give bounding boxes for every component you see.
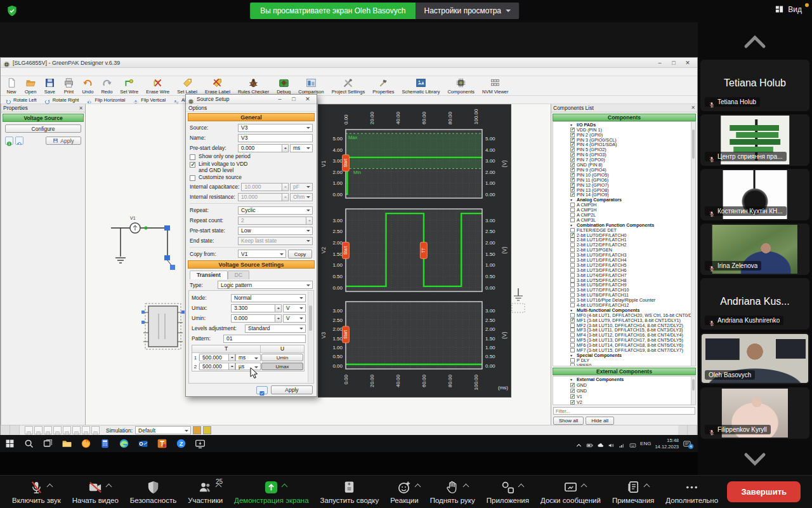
component-checkbox[interactable] — [570, 273, 575, 277]
component-checkbox[interactable] — [570, 263, 575, 267]
tree-item[interactable]: ▾ PIN 14 (GPIO9) — [553, 192, 695, 197]
tree-item[interactable]: ▾ PIN 6 (GPIO3) — [553, 152, 695, 157]
chevron-up-icon[interactable] — [46, 484, 53, 490]
tree-item[interactable]: ▾ Analog Comparators — [553, 197, 695, 203]
toolbar-button[interactable]: Erase Wire — [142, 77, 173, 95]
scroll-down-icon[interactable] — [741, 451, 769, 469]
component-checkbox[interactable] — [570, 293, 575, 297]
duration-unit-select[interactable]: ms — [235, 354, 261, 361]
component-checkbox[interactable] — [570, 168, 575, 172]
participant-tile[interactable]: Центр сприяння пра... — [700, 114, 809, 166]
undo-icon-button[interactable] — [15, 137, 23, 145]
component-checkbox[interactable] — [570, 328, 575, 332]
toolbar2-button[interactable]: Rotate Right — [41, 96, 82, 104]
minimize-button[interactable]: – — [653, 58, 667, 67]
dialog-maximize[interactable]: □ — [287, 95, 301, 104]
component-checkbox[interactable] — [570, 218, 575, 222]
participant-tile[interactable]: Andriana Kus... Andriana Kushnirenko — [700, 278, 809, 330]
component-checkbox[interactable] — [570, 228, 575, 232]
close-icon[interactable]: ✕ — [79, 105, 83, 111]
toolbar-button[interactable]: Components — [443, 77, 478, 95]
component-checkbox[interactable] — [570, 208, 575, 212]
tab-transient[interactable]: Transient — [190, 271, 228, 279]
dialog-titlebar[interactable]: Source Setup – □ ✕ — [186, 95, 317, 104]
component-checkbox[interactable] — [570, 258, 575, 262]
tree-item[interactable]: ▾ PIN 7 (GPO0) — [553, 157, 695, 163]
component-checkbox[interactable] — [570, 338, 575, 342]
component-checkbox[interactable] — [570, 383, 575, 387]
tree-item[interactable]: ▾ GND — [553, 388, 695, 394]
zoom-toolbar-button[interactable]: Демонстрация экрана — [234, 479, 309, 504]
tree-item[interactable]: ▾ V2 — [553, 399, 695, 405]
scroll-up-icon[interactable] — [741, 32, 769, 50]
toolbar-button[interactable]: Undo — [78, 77, 97, 95]
zoom-toolbar-button[interactable]: 25 Участники — [188, 479, 223, 504]
info-icon-button[interactable] — [5, 137, 13, 145]
dock-tab[interactable] — [678, 425, 688, 435]
component-checkbox[interactable] — [570, 288, 575, 292]
status-icon[interactable] — [91, 426, 100, 434]
hide-all-button[interactable]: Hide all — [586, 417, 614, 425]
toolbar-button[interactable]: Open — [21, 77, 40, 95]
tree-scrollbar[interactable] — [691, 122, 695, 365]
tree-item[interactable]: ▾ PIN 5 (GPIO2) — [553, 147, 695, 152]
umax-spinner[interactable] — [231, 304, 282, 312]
participant-tile[interactable]: Filippenkov Kyryll — [700, 387, 809, 439]
settings-scrollbar[interactable] — [308, 291, 313, 382]
chevron-up-icon[interactable] — [282, 484, 288, 490]
duration-spinner[interactable] — [199, 363, 235, 370]
status-color-button-1[interactable] — [193, 426, 201, 434]
component-checkbox[interactable] — [570, 243, 575, 247]
component-checkbox[interactable] — [570, 333, 575, 337]
tree-item[interactable]: ▾ GND (PIN 8) — [553, 163, 695, 168]
component-checkbox[interactable] — [570, 394, 575, 399]
spin-arrows[interactable] — [282, 144, 289, 152]
component-checkbox[interactable] — [570, 133, 575, 137]
status-icon[interactable] — [34, 426, 43, 434]
status-icon[interactable] — [82, 426, 90, 434]
taskbar-app[interactable] — [57, 435, 76, 452]
toolbar-button[interactable]: NVM Viewer — [478, 77, 513, 95]
component-checkbox[interactable] — [570, 233, 575, 237]
dock-tab[interactable] — [688, 425, 697, 435]
dock-tab[interactable] — [1, 425, 10, 435]
configure-button[interactable]: Configure — [5, 124, 81, 133]
tree-expand-icon[interactable]: ▾ — [570, 197, 575, 202]
status-icon[interactable] — [72, 426, 81, 434]
dialog-close[interactable]: ✕ — [301, 95, 315, 104]
toolbar-button[interactable]: Erase Label — [201, 77, 234, 95]
status-icon[interactable] — [53, 426, 62, 434]
zoom-toolbar-button[interactable]: Приложения — [487, 479, 529, 504]
component-checkbox[interactable] — [570, 268, 575, 272]
component-checkbox[interactable] — [570, 157, 575, 162]
delay-unit-select[interactable]: ms — [290, 144, 313, 152]
toolbar-button[interactable]: New — [2, 77, 21, 95]
tree-expand-icon[interactable]: ▾ — [570, 223, 575, 227]
levels-select[interactable]: Standard — [245, 324, 306, 333]
apply-button[interactable]: Apply — [271, 385, 313, 394]
component-checkbox[interactable] — [570, 213, 575, 217]
component-checkbox[interactable] — [570, 187, 575, 192]
tree-item[interactable]: ▾ PIN 13 (GPIO8) — [553, 187, 695, 192]
tree-item[interactable]: ▾ PIN 11 (GPIO6) — [553, 177, 695, 182]
component-checkbox[interactable] — [570, 237, 575, 242]
copy-button[interactable]: Copy — [288, 250, 312, 258]
tree-expand-icon[interactable]: ▾ — [570, 353, 575, 358]
speaker-icon[interactable] — [608, 440, 615, 447]
tree-item[interactable]: ▾ PIN 10 (GPIO5) — [553, 172, 695, 177]
show-one-period-checkbox[interactable] — [190, 154, 195, 160]
show-one-period-row[interactable]: Show only one period — [186, 153, 317, 161]
end-meeting-button[interactable]: Завершить — [727, 481, 801, 502]
zoom-toolbar-button[interactable]: Включить звук — [12, 479, 61, 504]
tree-item[interactable]: ▾ I/O PADs — [553, 122, 695, 127]
taskbar-app[interactable]: Z — [171, 435, 190, 452]
status-icon[interactable] — [63, 426, 71, 434]
onedrive-icon[interactable] — [597, 440, 604, 447]
source-select[interactable]: V3 — [238, 124, 313, 132]
dialog-minimize[interactable]: – — [273, 95, 287, 104]
taskbar-app[interactable] — [76, 435, 95, 452]
close-icon[interactable]: ✕ — [691, 105, 695, 110]
toolbar-button[interactable]: Comparison — [294, 77, 327, 95]
notifications-button[interactable]: 4 — [683, 439, 691, 448]
chevron-up-icon[interactable] — [643, 484, 650, 490]
